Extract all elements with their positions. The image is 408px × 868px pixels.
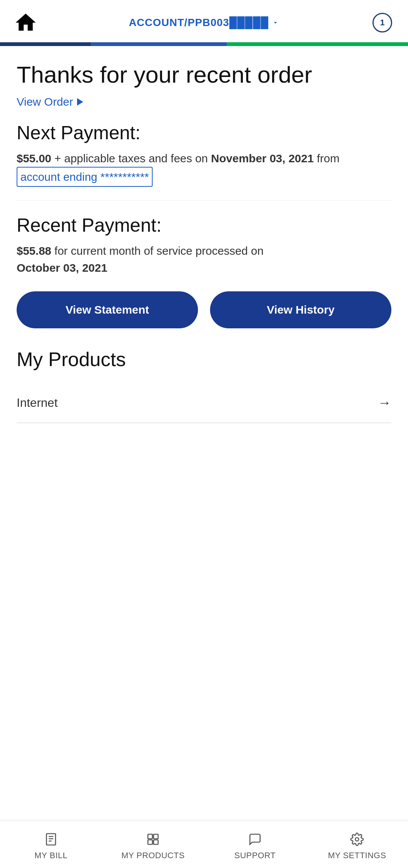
svg-rect-3 xyxy=(148,840,153,845)
account-link[interactable]: account ending *********** xyxy=(17,167,153,187)
view-history-button[interactable]: View History xyxy=(210,291,391,328)
progress-segment-1 xyxy=(0,42,91,46)
products-icon xyxy=(145,831,161,848)
nav-item-my-bill[interactable]: MY BILL xyxy=(0,828,102,863)
arrow-right-icon: → xyxy=(378,395,391,411)
view-statement-button[interactable]: View Statement xyxy=(17,291,198,328)
recent-payment-heading: Recent Payment: xyxy=(17,214,391,236)
nav-label-support: SUPPORT xyxy=(234,851,275,860)
nav-item-support[interactable]: SUPPORT xyxy=(204,828,306,863)
product-name: Internet xyxy=(17,396,58,410)
support-icon xyxy=(247,831,263,848)
progress-bar xyxy=(0,42,408,46)
nav-item-my-products[interactable]: MY PRODUCTS xyxy=(102,828,204,863)
svg-point-5 xyxy=(355,838,359,841)
home-icon xyxy=(14,11,38,35)
view-order-label: View Order xyxy=(17,95,73,108)
svg-rect-1 xyxy=(148,834,153,839)
progress-segment-3 xyxy=(227,42,408,46)
svg-rect-4 xyxy=(154,840,158,845)
progress-segment-2 xyxy=(91,42,227,46)
svg-rect-2 xyxy=(154,834,158,839)
section-divider xyxy=(17,200,391,201)
chevron-down-icon xyxy=(272,19,279,26)
main-content: Thanks for your recent order View Order … xyxy=(0,46,408,820)
nav-label-my-settings: MY SETTINGS xyxy=(328,851,386,860)
svg-rect-0 xyxy=(46,834,56,845)
recent-payment-desc: $55.88 for current month of service proc… xyxy=(17,242,391,276)
nav-label-my-products: MY PRODUCTS xyxy=(121,851,185,860)
notification-button[interactable]: 1 xyxy=(370,11,394,35)
bill-icon xyxy=(43,831,59,848)
header: ACCOUNT/PPB003█████ 1 xyxy=(0,0,408,35)
nav-item-my-settings[interactable]: MY SETTINGS xyxy=(306,828,408,863)
arrow-right-icon xyxy=(77,98,83,106)
next-payment-heading: Next Payment: xyxy=(17,122,391,144)
account-selector[interactable]: ACCOUNT/PPB003█████ xyxy=(129,17,279,29)
settings-icon xyxy=(349,831,365,848)
nav-label-my-bill: MY BILL xyxy=(34,851,67,860)
notification-icon: 1 xyxy=(372,13,392,32)
next-payment-desc: $55.00 + applicable taxes and fees on No… xyxy=(17,150,391,187)
bottom-nav: MY BILL MY PRODUCTS SUPPORT MY S xyxy=(0,820,408,868)
view-order-link[interactable]: View Order xyxy=(17,95,83,108)
thanks-heading: Thanks for your recent order xyxy=(17,61,391,88)
button-row: View Statement View History xyxy=(17,291,391,328)
account-label: ACCOUNT/PPB003█████ xyxy=(129,17,269,29)
home-button[interactable] xyxy=(14,11,38,35)
product-item-internet[interactable]: Internet → xyxy=(17,383,391,423)
my-products-heading: My Products xyxy=(17,348,391,371)
